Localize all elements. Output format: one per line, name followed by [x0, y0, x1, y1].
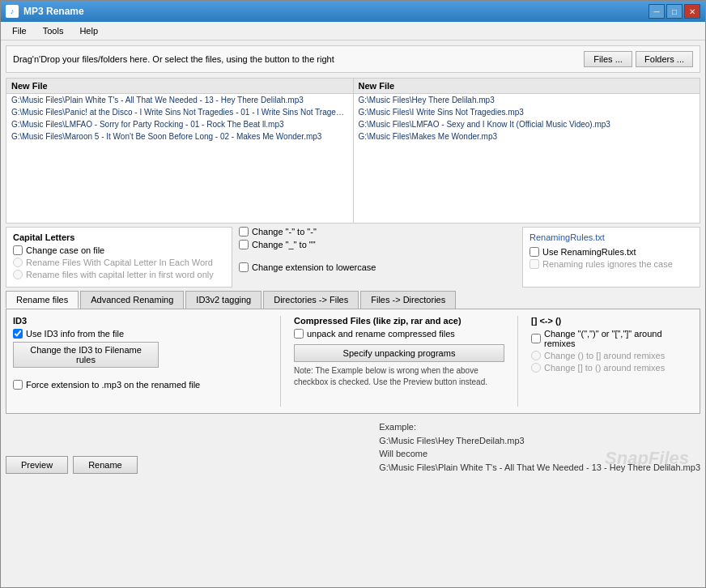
app-icon: ♪ — [6, 5, 19, 18]
change-underscore-row: Change "_" to "" — [239, 240, 516, 249]
rename-capital-each-radio[interactable] — [13, 258, 23, 267]
change-brackets-label: Change "(",")" or "[","]" around remixes — [544, 329, 693, 348]
close-button[interactable]: ✕ — [684, 4, 700, 19]
force-extension-row: Force extension to .mp3 on the renamed f… — [13, 380, 267, 390]
id3-title: ID3 — [13, 316, 267, 326]
change-dash-row: Change "-" to "-" — [239, 227, 516, 236]
change-underscore-label: Change "_" to "" — [252, 240, 316, 249]
list-item[interactable]: G:\Music Files\Hey There Delilah.mp3 — [354, 94, 700, 106]
brackets-title: [] <-> () — [531, 316, 693, 326]
rename-capital-first-label: Rename files with capital letter in firs… — [26, 270, 214, 279]
file-buttons: Files ... Folders ... — [584, 51, 693, 67]
rename-button[interactable]: Rename — [73, 456, 138, 474]
left-column-header: New File — [6, 79, 353, 94]
list-item[interactable]: G:\Music Files\LMFAO - Sexy and I Know I… — [354, 118, 700, 130]
rename-capital-first-row: Rename files with capital letter in firs… — [13, 270, 225, 279]
unpack-checkbox-row: unpack and rename compressed files — [294, 329, 504, 339]
change-extension-checkbox[interactable] — [239, 262, 249, 272]
id3-section: ID3 Use ID3 info from the file Change th… — [13, 316, 267, 407]
right-column-header: New File — [354, 79, 700, 94]
minimize-button[interactable]: ─ — [649, 4, 665, 19]
window-title: MP3 Rename — [23, 6, 649, 17]
renaming-ignores-case-label: Renaming rules ignores the case — [542, 259, 673, 269]
tab-content-rename-files: ID3 Use ID3 info from the file Change th… — [6, 309, 700, 414]
compressed-title: Compressed Files (like zip, rar and ace) — [294, 316, 504, 326]
tabs-container: Rename files Advanced Renaming ID3v2 tag… — [6, 291, 700, 414]
rename-capital-each-row: Rename Files With Capital Letter In Each… — [13, 258, 225, 267]
use-id3-row: Use ID3 info from the file — [13, 329, 267, 339]
unpack-checkbox[interactable] — [294, 329, 304, 339]
example-line3: G:\Music Files\Plain White T's - All Tha… — [379, 462, 700, 472]
maximize-button[interactable]: □ — [666, 4, 683, 19]
renaming-ignores-case-row: Renaming rules ignores the case — [530, 259, 693, 269]
change-extension-row: Change extension to lowercase — [239, 262, 516, 272]
change-case-checkbox[interactable] — [13, 245, 23, 255]
divider-1 — [280, 316, 281, 407]
list-item[interactable]: G:\Music Files\Maroon 5 - It Won't Be So… — [6, 130, 353, 143]
title-bar: ♪ MP3 Rename ─ □ ✕ — [1, 1, 705, 22]
tab-advanced-renaming[interactable]: Advanced Renaming — [80, 291, 184, 309]
change-dash-checkbox[interactable] — [239, 227, 249, 236]
capital-letters-box: Capital Letters Change case on file Rena… — [6, 227, 232, 288]
capital-letters-label: Capital Letters — [13, 232, 225, 242]
unpack-label: unpack and rename compressed files — [307, 329, 455, 339]
preview-button[interactable]: Preview — [6, 456, 68, 474]
window-controls: ─ □ ✕ — [649, 4, 700, 19]
rename-capital-first-radio[interactable] — [13, 270, 23, 279]
compressed-note: Note: The Example below is wrong when th… — [294, 365, 504, 388]
use-renaming-rules-label: Use RenamingRules.txt — [542, 247, 636, 257]
options-section: Capital Letters Change case on file Rena… — [6, 227, 700, 288]
left-files-column: New File G:\Music Files\Plain White T's … — [6, 79, 354, 223]
tab-directories-files[interactable]: Directories -> Files — [263, 291, 359, 309]
list-item[interactable]: G:\Music Files\Plain White T's - All Tha… — [6, 94, 353, 106]
change-underscore-checkbox[interactable] — [239, 240, 249, 249]
right-files-column: New File G:\Music Files\Hey There Delila… — [354, 79, 700, 223]
middle-options: Change "-" to "-" Change "_" to "" Chang… — [239, 227, 516, 288]
list-item[interactable]: G:\Music Files\LMFAO - Sorry for Party R… — [6, 118, 353, 130]
use-renaming-rules-checkbox[interactable] — [530, 247, 539, 257]
use-id3-label: Use ID3 info from the file — [26, 329, 124, 339]
tabs-bar: Rename files Advanced Renaming ID3v2 tag… — [6, 291, 700, 309]
compressed-section: Compressed Files (like zip, rar and ace)… — [294, 316, 504, 407]
change-to-square-radio[interactable] — [531, 351, 541, 360]
drag-drop-bar: Drag'n'Drop your files/folders here. Or … — [6, 45, 700, 73]
example-label: Example: — [379, 422, 416, 432]
renaming-ignores-case-checkbox[interactable] — [530, 259, 539, 269]
menu-tools[interactable]: Tools — [35, 23, 72, 38]
list-item[interactable]: G:\Music Files\Makes Me Wonder.mp3 — [354, 130, 700, 143]
use-id3-checkbox[interactable] — [13, 329, 23, 339]
tab-id3v2-tagging[interactable]: ID3v2 tagging — [185, 291, 262, 309]
change-brackets-checkbox[interactable] — [531, 334, 541, 343]
files-panel: New File G:\Music Files\Plain White T's … — [6, 78, 700, 224]
bottom-bar: Preview Rename Example: G:\Music Files\H… — [6, 417, 700, 477]
menu-file[interactable]: File — [4, 23, 35, 38]
change-dash-label: Change "-" to "-" — [252, 227, 317, 236]
change-id3-rules-button[interactable]: Change the ID3 to Filename rules — [13, 342, 159, 368]
force-extension-label: Force extension to .mp3 on the renamed f… — [26, 380, 200, 390]
specify-programs-button[interactable]: Specify unpacking programs — [294, 344, 504, 362]
change-to-round-label: Change [] to () around remixes — [544, 363, 665, 373]
change-to-round-radio[interactable] — [531, 363, 541, 373]
menubar: File Tools Help — [1, 22, 705, 40]
change-to-round-row: Change [] to () around remixes — [531, 363, 693, 373]
example-section: Example: G:\Music Files\Hey ThereDeilah.… — [379, 420, 700, 474]
tab-rename-files[interactable]: Rename files — [6, 291, 79, 309]
use-renaming-rules-row: Use RenamingRules.txt — [530, 247, 693, 257]
tab-files-directories[interactable]: Files -> Directories — [360, 291, 456, 309]
files-button[interactable]: Files ... — [584, 51, 632, 67]
brackets-section: [] <-> () Change "(",")" or "[","]" arou… — [531, 316, 693, 407]
change-to-square-label: Change () to [] around remixes — [544, 351, 665, 360]
force-extension-checkbox[interactable] — [13, 380, 23, 390]
example-line1: G:\Music Files\Hey ThereDeilah.mp3 — [379, 436, 525, 445]
drag-drop-text: Drag'n'Drop your files/folders here. Or … — [13, 54, 334, 64]
change-extension-label: Change extension to lowercase — [252, 262, 376, 272]
change-case-label: Change case on file — [26, 245, 104, 255]
renaming-rules-file: RenamingRules.txt — [530, 232, 693, 242]
list-item[interactable]: G:\Music Files\Panic! at the Disco - I W… — [6, 106, 353, 118]
list-item[interactable]: G:\Music Files\I Write Sins Not Tragedie… — [354, 106, 700, 118]
example-line2: Will become — [379, 449, 427, 458]
menu-help[interactable]: Help — [71, 23, 106, 38]
main-window: ♪ MP3 Rename ─ □ ✕ File Tools Help Drag'… — [0, 0, 706, 588]
change-case-row: Change case on file — [13, 245, 225, 255]
folders-button[interactable]: Folders ... — [636, 51, 693, 67]
